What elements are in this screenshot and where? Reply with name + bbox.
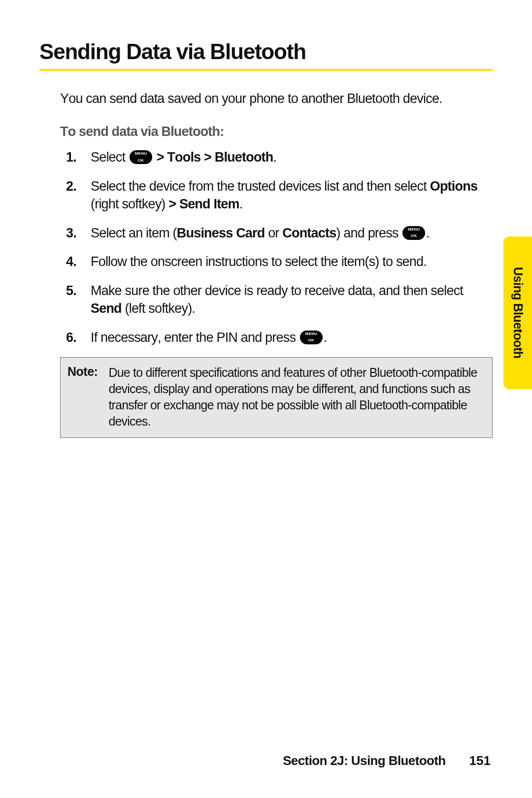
step-text: Make sure the other device is ready to r… bbox=[91, 283, 463, 298]
page-footer: Section 2J: Using Bluetooth151 bbox=[283, 753, 491, 768]
step-text: Select an item ( bbox=[91, 226, 177, 240]
menu-ok-icon bbox=[402, 226, 425, 240]
step-text: . bbox=[324, 330, 327, 345]
footer-page-number: 151 bbox=[469, 753, 491, 768]
step-text-bold: Contacts bbox=[282, 226, 336, 240]
step-5: Make sure the other device is ready to r… bbox=[91, 282, 493, 318]
step-text-bold: Business Card bbox=[177, 226, 265, 240]
intro-paragraph: You can send data saved on your phone to… bbox=[60, 90, 469, 107]
step-text: . bbox=[426, 226, 430, 240]
steps-list: Select > Tools > Bluetooth. Select the d… bbox=[60, 148, 493, 346]
step-text: . bbox=[273, 150, 276, 165]
step-text-bold: Send bbox=[91, 301, 122, 316]
footer-section: Section 2J: Using Bluetooth bbox=[283, 753, 445, 768]
step-text-bold: Options bbox=[430, 179, 477, 194]
procedure-heading: To send data via Bluetooth: bbox=[60, 124, 493, 139]
note-label: Note: bbox=[61, 358, 103, 437]
side-tab: Using Bluetooth bbox=[503, 236, 532, 389]
step-1: Select > Tools > Bluetooth. bbox=[91, 148, 493, 166]
step-text: . bbox=[239, 197, 243, 211]
step-3: Select an item (Business Card or Contact… bbox=[91, 224, 493, 242]
side-tab-label: Using Bluetooth bbox=[511, 267, 525, 359]
step-text: Follow the onscreen instructions to sele… bbox=[91, 254, 427, 269]
step-text: If necessary, enter the PIN and press bbox=[91, 330, 299, 345]
note-box: Note: Due to different specifications an… bbox=[60, 357, 493, 438]
step-text: (right softkey) bbox=[91, 197, 168, 211]
step-text: Select the device from the trusted devic… bbox=[91, 179, 430, 194]
step-6: If necessary, enter the PIN and press . bbox=[91, 329, 493, 346]
note-text: Due to different specifications and feat… bbox=[103, 358, 492, 437]
step-2: Select the device from the trusted devic… bbox=[91, 177, 493, 213]
step-text: ) and press bbox=[336, 226, 401, 240]
step-text-bold: > Send Item bbox=[168, 197, 239, 211]
step-text: (left softkey). bbox=[122, 301, 195, 316]
menu-ok-icon bbox=[300, 331, 323, 344]
step-text-bold: > Tools > Bluetooth bbox=[153, 150, 273, 165]
step-4: Follow the onscreen instructions to sele… bbox=[91, 253, 493, 270]
step-text: Select bbox=[91, 150, 129, 165]
page-title: Sending Data via Bluetooth bbox=[39, 39, 493, 71]
menu-ok-icon bbox=[130, 150, 152, 164]
step-text: or bbox=[265, 226, 282, 240]
manual-page: Sending Data via Bluetooth You can send … bbox=[0, 0, 532, 798]
